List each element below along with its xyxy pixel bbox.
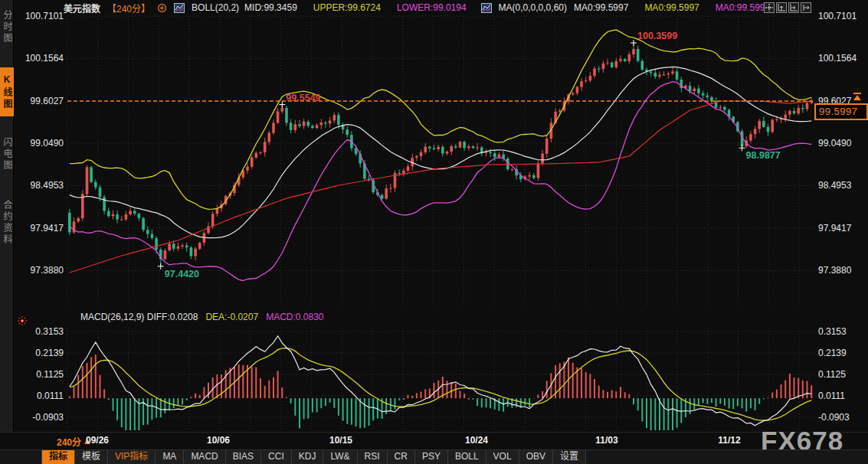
ma-value-white: MA0:99.5997	[574, 2, 628, 13]
sidebar-item-active[interactable]: K线图	[0, 67, 14, 116]
current-price-tag: 99.5997	[814, 103, 868, 120]
price-annotation: 97.4420	[165, 269, 199, 279]
y-axis-label: 98.4953	[17, 180, 64, 191]
y-axis-label: 0.1125	[818, 369, 846, 380]
macd-diff-line	[70, 336, 811, 426]
toolbar-tab[interactable]: BOLL	[448, 450, 486, 464]
scale-right-icon[interactable]	[788, 2, 799, 13]
recording-blink-icon	[17, 315, 28, 326]
macd-name-label: MACD(26,12,9)	[80, 312, 144, 322]
price-annotation: 100.3599	[637, 31, 677, 41]
boll-lower-line	[70, 82, 811, 281]
boll-lower-value: LOWER:99.0194	[397, 2, 467, 13]
extreme-cross-marker	[279, 102, 285, 108]
y-axis-label: 0.3153	[818, 326, 847, 337]
scroll-to-latest-icon[interactable]	[853, 93, 862, 101]
y-axis-label: 98.4953	[818, 180, 851, 191]
y-axis-label: 99.6027	[17, 96, 64, 106]
macd-dea-line	[70, 348, 811, 420]
timeframe-label[interactable]: 【240分】	[107, 2, 150, 15]
boll-name-label: BOLL(20,2)	[192, 2, 239, 13]
x-axis-date: 10/15	[329, 435, 352, 446]
macd-lines	[70, 336, 811, 426]
toolbar-tab[interactable]: MA	[156, 450, 184, 464]
toolbar-tab[interactable]: 设置	[553, 450, 586, 464]
toolbar-tab[interactable]: CCI	[261, 450, 292, 464]
price-annotation: 99.5549	[286, 93, 320, 103]
y-axis-label: 0.2139	[17, 348, 64, 358]
left-sidebar: 分时图K线图闪电图合约资料	[0, 0, 14, 433]
y-axis-label: 0.0111	[818, 390, 845, 401]
boll-mid-value: MID:99.3459	[244, 2, 297, 13]
toolbar-tab[interactable]: 模板	[75, 450, 108, 464]
toolbar-tab[interactable]: VOL	[486, 450, 519, 464]
toolbar-tab[interactable]: VIP指标	[108, 450, 156, 464]
y-axis-label: 97.3880	[818, 265, 851, 276]
chart-canvas[interactable]: 97.442099.5549100.359998.9877	[0, 0, 868, 464]
add-indicator-icon[interactable]	[157, 3, 167, 13]
y-axis-label: -0.0903	[818, 412, 850, 423]
x-axis-date: 11/03	[595, 435, 617, 446]
y-axis-label: 100.7101	[17, 11, 64, 21]
sidebar-item-view[interactable]: 分时图	[0, 5, 14, 49]
y-axis-label: 100.1564	[818, 53, 857, 64]
toolbar-tab[interactable]: 指标	[41, 450, 75, 464]
chart-header: 美元指数 【240分】 BOLL(20,2) MID:99.3459 UPPER…	[64, 0, 770, 15]
macd-diff-value: DIFF:0.0208	[147, 312, 198, 322]
scale-up-icon[interactable]	[776, 2, 787, 13]
ma-value-yellow: MA0:99.5997	[644, 2, 699, 13]
x-axis-date: 11/12	[718, 435, 740, 446]
crosshair-icon[interactable]	[764, 2, 775, 13]
price-annotation: 98.9877	[746, 150, 781, 161]
extreme-cross-marker	[739, 145, 745, 151]
y-axis-label: 99.0490	[17, 138, 64, 149]
y-axis-label: 97.9417	[17, 223, 64, 234]
symbol-title: 美元指数	[64, 2, 100, 15]
toolbar-tab[interactable]: OBV	[519, 450, 553, 464]
boll-upper-line	[70, 30, 811, 209]
x-axis-date: 10/24	[465, 435, 488, 446]
y-axis-label: 99.0490	[818, 138, 851, 149]
chart-toolbar-icons	[764, 2, 811, 13]
overlay-lines	[70, 30, 811, 281]
y-axis-label: 100.7101	[818, 11, 857, 21]
extreme-cross-marker	[631, 40, 637, 46]
boll-indicator-chart-icon[interactable]	[174, 3, 185, 13]
boll-upper-value: UPPER:99.6724	[313, 2, 381, 13]
y-axis-label: 0.0111	[17, 390, 64, 401]
x-axis-date: 10/06	[207, 435, 230, 446]
ma60-line	[70, 101, 811, 273]
toolbar-tab[interactable]: RSI	[358, 450, 388, 464]
extreme-cross-marker	[158, 263, 164, 270]
y-axis-label: -0.0903	[17, 412, 64, 423]
macd-macd-value: MACD:0.0830	[266, 312, 323, 322]
sidebar-item-view[interactable]: 闪电图	[0, 130, 14, 178]
y-axis-label: 0.2139	[818, 348, 847, 358]
ma-name-label: MA(0,0,0,0,0,60)	[499, 2, 567, 13]
ma-indicator-chart-icon[interactable]	[481, 3, 492, 13]
y-axis-label: 100.1564	[17, 53, 64, 64]
gridlines	[67, 16, 814, 430]
boll-mid-line	[70, 67, 811, 237]
sidebar-item-view[interactable]: 合约资料	[0, 191, 14, 254]
macd-header: MACD(26,12,9) DIFF:0.0208 DEA:-0.0207 MA…	[80, 312, 324, 322]
toolbar-tab[interactable]: MACD	[184, 450, 225, 464]
y-axis-label: 97.3880	[17, 265, 64, 276]
ma-value-magenta: MA0:99.5997	[716, 2, 770, 13]
macd-dea-value: DEA:-0.0207	[205, 312, 258, 322]
toolbar-tab[interactable]: CR	[388, 450, 415, 464]
candles-layer	[68, 43, 813, 266]
x-axis-date: 09/26	[86, 435, 109, 446]
y-axis-label: 0.1125	[17, 369, 64, 380]
pan-right-icon[interactable]	[801, 2, 811, 13]
indicator-toolbar: 指标模板VIP指标MAMACDBIASCCIKDJLW&RSICRPSYBOLL…	[0, 449, 868, 464]
toolbar-tab[interactable]: PSY	[415, 450, 448, 464]
y-axis-label: 0.3153	[17, 326, 64, 337]
chart-app-window: 分时图K线图闪电图合约资料 美元指数 【240分】 BOLL(20,2) MID…	[0, 0, 868, 464]
x-axis-row: 240分 09/2610/0610/1510/2411/0311/12	[0, 432, 868, 449]
toolbar-tab[interactable]: LW&	[323, 450, 357, 464]
y-axis-label: 97.9417	[818, 223, 851, 234]
toolbar-tab[interactable]: BIAS	[226, 450, 261, 464]
toolbar-tab[interactable]: KDJ	[292, 450, 324, 464]
